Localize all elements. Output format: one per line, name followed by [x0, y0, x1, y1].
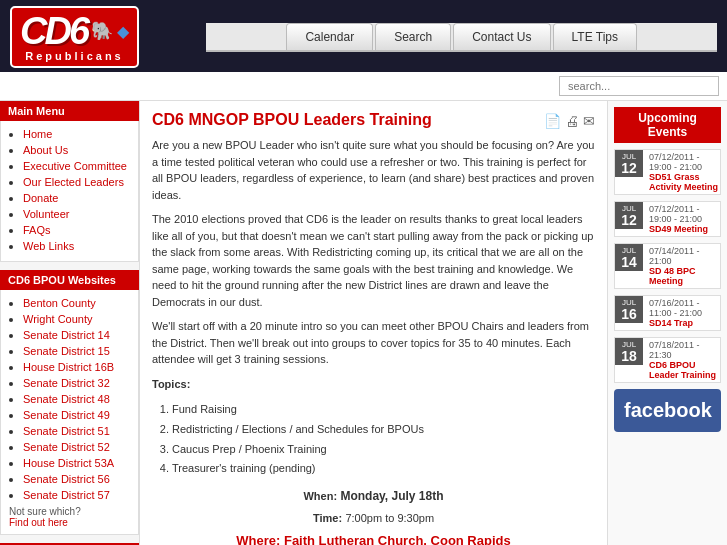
- state-icon: ◆: [117, 22, 129, 41]
- search-bar: [0, 72, 727, 101]
- elephant-icon: 🐘: [91, 20, 113, 42]
- sidebar-bpou-sd52[interactable]: Senate District 52: [23, 441, 110, 453]
- event-where: Where: Faith Lutheran Church, Coon Rapid…: [152, 533, 595, 545]
- sidebar-bpou-sd14[interactable]: Senate District 14: [23, 329, 110, 341]
- sidebar-bpou-sd49[interactable]: Senate District 49: [23, 409, 110, 421]
- main-para1: Are you a new BPOU Leader who isn't quit…: [152, 137, 595, 203]
- event-title-2[interactable]: SD 48 BPC Meeting: [649, 266, 718, 286]
- logo-cd6-text: CD6: [20, 12, 87, 50]
- page-title: CD6 MNGOP BPOU Leaders Training: [152, 111, 432, 129]
- main-menu-title: Main Menu: [0, 101, 139, 121]
- event-card-4: Jul 18 07/18/2011 - 21:30 CD6 BPOU Leade…: [614, 337, 721, 383]
- right-column: Upcoming Events Jul 12 07/12/2011 - 19:0…: [607, 101, 727, 545]
- sidebar-item-about[interactable]: About Us: [23, 144, 68, 156]
- sidebar-bpou-hd53a[interactable]: House District 53A: [23, 457, 114, 469]
- header: CD6 🐘 ◆ Republicans Calendar Search Cont…: [0, 0, 727, 72]
- event-card-0: Jul 12 07/12/2011 - 19:00 - 21:00 SD51 G…: [614, 149, 721, 195]
- sidebar-item-exec[interactable]: Executive Committee: [23, 160, 127, 172]
- event-card-1: Jul 12 07/12/2011 - 19:00 - 21:00 SD49 M…: [614, 201, 721, 237]
- topics-list: Fund Raising Redistricting / Elections /…: [172, 400, 595, 479]
- event-card-3: Jul 16 07/16/2011 - 11:00 - 21:00 SD14 T…: [614, 295, 721, 331]
- sidebar-item-faqs[interactable]: FAQs: [23, 224, 51, 236]
- sidebar-bpou-sd56[interactable]: Senate District 56: [23, 473, 110, 485]
- event-date-0: Jul 12: [615, 150, 643, 177]
- event-time: Time: 7:00pm to 9:30pm: [152, 511, 595, 525]
- sidebar-bpou-wright[interactable]: Wright County: [23, 313, 93, 325]
- main-menu-section: Home About Us Executive Committee Our El…: [0, 121, 139, 262]
- topic-4: Treasurer's training (pending): [172, 459, 595, 479]
- nav-contact[interactable]: Contact Us: [453, 23, 550, 50]
- event-date-1: Jul 12: [615, 202, 643, 229]
- bpou-title: CD6 BPOU Websites: [0, 270, 139, 290]
- search-input[interactable]: [559, 76, 719, 96]
- topic-1: Fund Raising: [172, 400, 595, 420]
- main-para2: The 2010 elections proved that CD6 is th…: [152, 211, 595, 310]
- event-title-0[interactable]: SD51 Grass Activity Meeting: [649, 172, 718, 192]
- sidebar-item-volunteer[interactable]: Volunteer: [23, 208, 69, 220]
- event-when: When: Monday, July 18th: [152, 489, 595, 503]
- bpou-note: Not sure which? Find out here: [9, 506, 130, 528]
- nav-search[interactable]: Search: [375, 23, 451, 50]
- sidebar-bpou-sd57[interactable]: Senate District 57: [23, 489, 110, 501]
- event-title-3[interactable]: SD14 Trap: [649, 318, 718, 328]
- event-date-3: Jul 16: [615, 296, 643, 323]
- sidebar-bpou-hd16b[interactable]: House District 16B: [23, 361, 114, 373]
- event-date-4: Jul 18: [615, 338, 643, 365]
- sidebar-bpou-sd15[interactable]: Senate District 15: [23, 345, 110, 357]
- sidebar-bpou-sd32[interactable]: Senate District 32: [23, 377, 110, 389]
- event-title-4[interactable]: CD6 BPOU Leader Training: [649, 360, 718, 380]
- sidebar: Main Menu Home About Us Executive Commit…: [0, 101, 140, 545]
- event-date-2: Jul 14: [615, 244, 643, 271]
- sidebar-bpou-sd51[interactable]: Senate District 51: [23, 425, 110, 437]
- bpou-section: Benton County Wright County Senate Distr…: [0, 290, 139, 535]
- event-card-2: Jul 14 07/14/2011 - 21:00 SD 48 BPC Meet…: [614, 243, 721, 289]
- sidebar-bpou-sd48[interactable]: Senate District 48: [23, 393, 110, 405]
- facebook-box[interactable]: facebook: [614, 389, 721, 432]
- logo-subtitle: Republicans: [25, 50, 123, 62]
- sidebar-item-elected[interactable]: Our Elected Leaders: [23, 176, 124, 188]
- nav-calendar[interactable]: Calendar: [286, 23, 373, 50]
- print-icons: 📄 🖨 ✉: [544, 113, 595, 129]
- nav-lte[interactable]: LTE Tips: [553, 23, 637, 50]
- email-icon[interactable]: ✉: [583, 113, 595, 129]
- print-icon[interactable]: 🖨: [565, 113, 579, 129]
- sidebar-bpou-benton[interactable]: Benton County: [23, 297, 96, 309]
- topic-3: Caucus Prep / Phoenix Training: [172, 440, 595, 460]
- main-content: CD6 MNGOP BPOU Leaders Training 📄 🖨 ✉ Ar…: [140, 101, 607, 545]
- pdf-icon[interactable]: 📄: [544, 113, 561, 129]
- topics-label: Topics:: [152, 376, 595, 393]
- topic-2: Redistricting / Elections / and Schedule…: [172, 420, 595, 440]
- find-out-link[interactable]: Find out here: [9, 517, 68, 528]
- main-para3: We'll start off with a 20 minute intro s…: [152, 318, 595, 368]
- sidebar-item-home[interactable]: Home: [23, 128, 52, 140]
- logo: CD6 🐘 ◆ Republicans: [10, 6, 139, 68]
- event-title-1[interactable]: SD49 Meeting: [649, 224, 718, 234]
- upcoming-events-title: Upcoming Events: [614, 107, 721, 143]
- sidebar-item-web-links[interactable]: Web Links: [23, 240, 74, 252]
- sidebar-item-donate[interactable]: Donate: [23, 192, 58, 204]
